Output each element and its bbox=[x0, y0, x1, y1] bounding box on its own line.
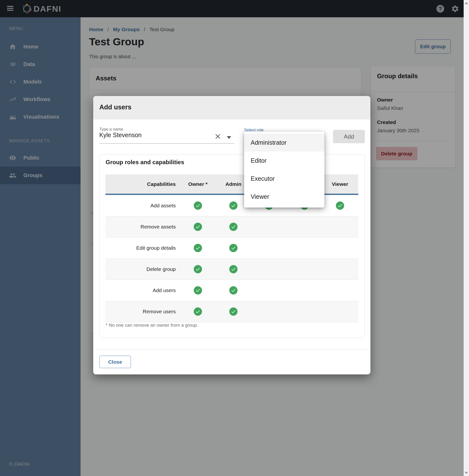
close-button[interactable]: Close bbox=[99, 356, 131, 368]
menu-item-viewer[interactable]: Viewer bbox=[244, 187, 324, 205]
name-input-label: Type a name bbox=[99, 127, 123, 132]
table-footnote: * No one can remove an owner from a grou… bbox=[106, 323, 198, 328]
roles-capabilities-card: Group roles and capabilities Capabilitie… bbox=[99, 154, 365, 338]
check-icon bbox=[194, 244, 202, 252]
add-users-modal: Add users Type a name Select role Add Gr… bbox=[93, 96, 371, 374]
page-scrollbar[interactable] bbox=[464, 0, 469, 476]
check-cell bbox=[251, 280, 287, 301]
check-icon bbox=[229, 223, 238, 231]
check-cell bbox=[180, 238, 216, 258]
check-cell bbox=[287, 238, 322, 258]
menu-item-administrator[interactable]: Administrator bbox=[244, 134, 324, 152]
check-cell bbox=[251, 259, 287, 280]
table-row: Delete group bbox=[105, 258, 358, 280]
check-icon bbox=[229, 307, 238, 316]
check-cell bbox=[287, 301, 322, 322]
add-button[interactable]: Add bbox=[333, 130, 365, 143]
capability-label: Add assets bbox=[105, 203, 180, 208]
check-icon bbox=[229, 265, 238, 273]
check-icon bbox=[194, 286, 202, 294]
table-bottom-border bbox=[105, 322, 358, 322]
scroll-up-arrow-icon[interactable] bbox=[465, 2, 468, 4]
check-cell bbox=[322, 301, 358, 322]
check-icon bbox=[336, 202, 344, 210]
check-icon bbox=[194, 223, 202, 231]
modal-header: Add users bbox=[93, 96, 371, 119]
check-cell bbox=[216, 259, 251, 280]
check-cell bbox=[287, 280, 322, 301]
check-cell bbox=[251, 238, 287, 258]
check-cell bbox=[251, 301, 287, 322]
capability-label: Delete group bbox=[105, 266, 180, 272]
capability-label: Remove users bbox=[105, 309, 180, 314]
capability-label: Edit group details bbox=[105, 245, 180, 251]
scroll-down-arrow-icon[interactable] bbox=[465, 472, 468, 474]
check-cell bbox=[322, 238, 358, 258]
divider bbox=[93, 349, 371, 350]
check-icon bbox=[229, 244, 238, 252]
dafni-app-screen: DAFNI ? MENU Home Data Models Workflows bbox=[0, 0, 469, 476]
check-cell bbox=[216, 238, 251, 258]
table-row: Add users bbox=[105, 280, 358, 301]
capability-label: Remove assets bbox=[105, 224, 180, 230]
menu-item-executor[interactable]: Executor bbox=[244, 170, 324, 187]
chevron-down-icon[interactable] bbox=[227, 136, 231, 139]
table-row: Edit group details bbox=[105, 237, 358, 258]
table-row: Remove assets bbox=[105, 216, 358, 237]
roles-capabilities-title: Group roles and capabilities bbox=[106, 159, 184, 166]
menu-item-editor[interactable]: Editor bbox=[244, 152, 324, 170]
check-cell bbox=[180, 301, 216, 322]
table-row: Remove users bbox=[105, 301, 358, 322]
column-header: Owner * bbox=[180, 181, 216, 187]
check-cell bbox=[216, 301, 251, 322]
check-icon bbox=[194, 307, 202, 316]
check-cell bbox=[216, 280, 251, 301]
check-cell bbox=[287, 259, 322, 280]
check-cell bbox=[180, 216, 216, 237]
check-icon bbox=[229, 202, 238, 210]
check-cell bbox=[322, 259, 358, 280]
check-cell bbox=[287, 216, 322, 237]
check-cell bbox=[322, 195, 358, 216]
check-cell bbox=[216, 216, 251, 237]
check-cell bbox=[322, 280, 358, 301]
check-cell bbox=[180, 259, 216, 280]
check-icon bbox=[194, 265, 202, 273]
input-underline bbox=[99, 143, 234, 144]
role-select-menu: Administrator Editor Executor Viewer bbox=[244, 132, 324, 207]
check-cell bbox=[322, 216, 358, 237]
check-icon bbox=[194, 202, 202, 210]
name-input[interactable] bbox=[99, 132, 214, 139]
check-cell bbox=[251, 216, 287, 237]
check-cell bbox=[180, 195, 216, 216]
modal-title: Add users bbox=[99, 103, 131, 111]
capability-label: Add users bbox=[105, 288, 180, 293]
check-cell bbox=[180, 280, 216, 301]
column-header: Capabilities bbox=[105, 181, 180, 187]
clear-icon[interactable] bbox=[214, 133, 222, 140]
column-header: Viewer bbox=[322, 181, 358, 187]
check-icon bbox=[229, 286, 238, 294]
